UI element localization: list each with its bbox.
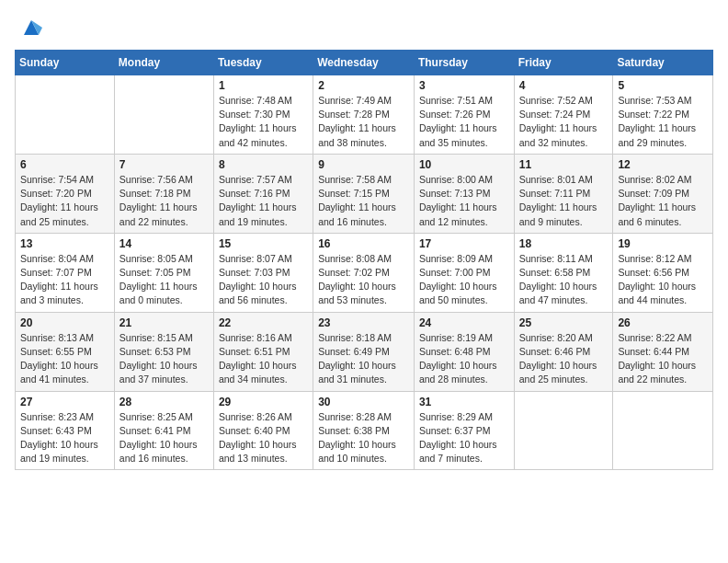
calendar-cell: 9Sunrise: 7:58 AMSunset: 7:15 PMDaylight… [313,154,415,233]
day-number: 25 [519,316,609,329]
day-header-monday: Monday [114,51,213,75]
day-info: Sunrise: 7:48 AMSunset: 7:30 PMDaylight:… [219,94,309,150]
day-info: Sunrise: 8:25 AMSunset: 6:41 PMDaylight:… [119,410,210,466]
day-number: 14 [119,237,210,250]
calendar-cell: 13Sunrise: 8:04 AMSunset: 7:07 PMDayligh… [16,233,115,312]
day-info: Sunrise: 8:07 AMSunset: 7:03 PMDaylight:… [219,252,309,308]
day-number: 10 [419,158,510,171]
logo [15,15,44,40]
day-info: Sunrise: 8:01 AMSunset: 7:11 PMDaylight:… [519,173,609,229]
day-info: Sunrise: 8:26 AMSunset: 6:40 PMDaylight:… [219,410,309,466]
calendar-cell: 22Sunrise: 8:16 AMSunset: 6:51 PMDayligh… [213,312,313,391]
day-info: Sunrise: 8:22 AMSunset: 6:44 PMDaylight:… [618,331,709,387]
calendar-cell: 23Sunrise: 8:18 AMSunset: 6:49 PMDayligh… [313,312,415,391]
day-number: 19 [618,237,709,250]
day-header-tuesday: Tuesday [213,51,313,75]
day-info: Sunrise: 7:53 AMSunset: 7:22 PMDaylight:… [618,94,709,150]
week-row-4: 20Sunrise: 8:13 AMSunset: 6:55 PMDayligh… [16,312,713,391]
day-number: 1 [219,79,309,92]
calendar-cell: 25Sunrise: 8:20 AMSunset: 6:46 PMDayligh… [514,312,613,391]
calendar-cell: 6Sunrise: 7:54 AMSunset: 7:20 PMDaylight… [16,154,115,233]
day-info: Sunrise: 7:58 AMSunset: 7:15 PMDaylight:… [318,173,410,229]
day-number: 26 [618,316,709,329]
calendar-cell: 26Sunrise: 8:22 AMSunset: 6:44 PMDayligh… [613,312,713,391]
day-number: 3 [419,79,510,92]
week-row-1: 1Sunrise: 7:48 AMSunset: 7:30 PMDaylight… [16,75,713,155]
calendar-cell: 18Sunrise: 8:11 AMSunset: 6:58 PMDayligh… [514,233,613,312]
day-info: Sunrise: 7:56 AMSunset: 7:18 PMDaylight:… [119,173,210,229]
day-number: 4 [519,79,609,92]
day-info: Sunrise: 8:29 AMSunset: 6:37 PMDaylight:… [419,410,510,466]
calendar-cell: 20Sunrise: 8:13 AMSunset: 6:55 PMDayligh… [16,312,115,391]
day-info: Sunrise: 8:23 AMSunset: 6:43 PMDaylight:… [20,410,110,466]
page-header [15,15,713,40]
calendar-cell: 8Sunrise: 7:57 AMSunset: 7:16 PMDaylight… [213,154,313,233]
calendar-cell: 11Sunrise: 8:01 AMSunset: 7:11 PMDayligh… [514,154,613,233]
day-info: Sunrise: 8:16 AMSunset: 6:51 PMDaylight:… [219,331,309,387]
day-info: Sunrise: 8:12 AMSunset: 6:56 PMDaylight:… [618,252,709,308]
calendar-cell: 4Sunrise: 7:52 AMSunset: 7:24 PMDaylight… [514,75,613,155]
calendar-cell: 24Sunrise: 8:19 AMSunset: 6:48 PMDayligh… [414,312,514,391]
day-info: Sunrise: 8:28 AMSunset: 6:38 PMDaylight:… [318,410,410,466]
week-row-3: 13Sunrise: 8:04 AMSunset: 7:07 PMDayligh… [16,233,713,312]
day-number: 30 [318,396,410,408]
calendar-cell: 2Sunrise: 7:49 AMSunset: 7:28 PMDaylight… [313,75,415,155]
day-number: 5 [618,79,709,92]
day-number: 11 [519,158,609,171]
day-number: 31 [419,396,510,408]
day-info: Sunrise: 8:04 AMSunset: 7:07 PMDaylight:… [20,252,110,308]
calendar-cell: 15Sunrise: 8:07 AMSunset: 7:03 PMDayligh… [213,233,313,312]
day-number: 29 [219,396,309,408]
calendar-cell [114,75,213,155]
calendar-cell [514,391,613,470]
day-info: Sunrise: 8:13 AMSunset: 6:55 PMDaylight:… [20,331,110,387]
day-info: Sunrise: 8:08 AMSunset: 7:02 PMDaylight:… [318,252,410,308]
day-header-thursday: Thursday [414,51,514,75]
calendar-table: SundayMondayTuesdayWednesdayThursdayFrid… [15,50,713,470]
day-info: Sunrise: 8:05 AMSunset: 7:05 PMDaylight:… [119,252,210,308]
day-number: 20 [20,316,110,329]
day-info: Sunrise: 7:52 AMSunset: 7:24 PMDaylight:… [519,94,609,150]
day-number: 22 [219,316,309,329]
day-info: Sunrise: 7:49 AMSunset: 7:28 PMDaylight:… [318,94,410,150]
calendar-cell: 30Sunrise: 8:28 AMSunset: 6:38 PMDayligh… [313,391,415,470]
calendar-cell: 10Sunrise: 8:00 AMSunset: 7:13 PMDayligh… [414,154,514,233]
day-info: Sunrise: 8:02 AMSunset: 7:09 PMDaylight:… [618,173,709,229]
day-header-friday: Friday [514,51,613,75]
calendar-cell: 27Sunrise: 8:23 AMSunset: 6:43 PMDayligh… [16,391,115,470]
day-number: 23 [318,316,410,329]
day-number: 8 [219,158,309,171]
week-row-5: 27Sunrise: 8:23 AMSunset: 6:43 PMDayligh… [16,391,713,470]
calendar-cell [16,75,115,155]
day-info: Sunrise: 8:15 AMSunset: 6:53 PMDaylight:… [119,331,210,387]
calendar-cell: 17Sunrise: 8:09 AMSunset: 7:00 PMDayligh… [414,233,514,312]
day-header-sunday: Sunday [16,51,115,75]
calendar-cell: 7Sunrise: 7:56 AMSunset: 7:18 PMDaylight… [114,154,213,233]
calendar-cell: 29Sunrise: 8:26 AMSunset: 6:40 PMDayligh… [213,391,313,470]
day-header-saturday: Saturday [613,51,713,75]
day-number: 12 [618,158,709,171]
calendar-cell: 1Sunrise: 7:48 AMSunset: 7:30 PMDaylight… [213,75,313,155]
day-number: 7 [119,158,210,171]
day-number: 24 [419,316,510,329]
day-number: 17 [419,237,510,250]
day-info: Sunrise: 8:19 AMSunset: 6:48 PMDaylight:… [419,331,510,387]
day-info: Sunrise: 8:00 AMSunset: 7:13 PMDaylight:… [419,173,510,229]
day-number: 18 [519,237,609,250]
logo-icon [18,15,44,40]
day-info: Sunrise: 8:18 AMSunset: 6:49 PMDaylight:… [318,331,410,387]
day-info: Sunrise: 7:51 AMSunset: 7:26 PMDaylight:… [419,94,510,150]
day-number: 13 [20,237,110,250]
day-number: 21 [119,316,210,329]
header-row: SundayMondayTuesdayWednesdayThursdayFrid… [16,51,713,75]
calendar-cell: 21Sunrise: 8:15 AMSunset: 6:53 PMDayligh… [114,312,213,391]
calendar-cell: 16Sunrise: 8:08 AMSunset: 7:02 PMDayligh… [313,233,415,312]
day-number: 27 [20,396,110,408]
day-number: 2 [318,79,410,92]
day-number: 15 [219,237,309,250]
day-info: Sunrise: 8:11 AMSunset: 6:58 PMDaylight:… [519,252,609,308]
day-header-wednesday: Wednesday [313,51,415,75]
day-number: 6 [20,158,110,171]
calendar-cell: 28Sunrise: 8:25 AMSunset: 6:41 PMDayligh… [114,391,213,470]
day-info: Sunrise: 8:09 AMSunset: 7:00 PMDaylight:… [419,252,510,308]
